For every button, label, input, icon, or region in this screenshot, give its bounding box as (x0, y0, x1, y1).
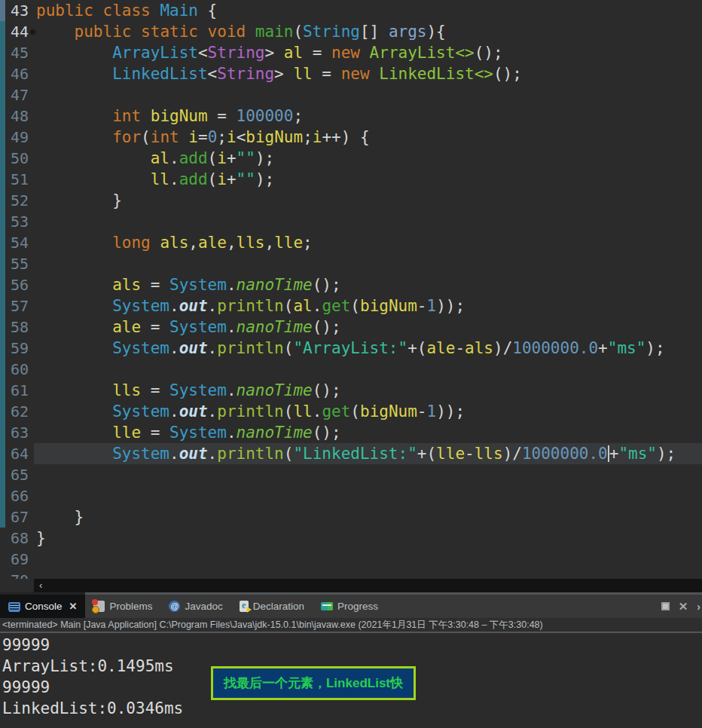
close-view-icon[interactable]: ✕ (679, 600, 688, 613)
horizontal-scrollbar[interactable]: ‹ (0, 579, 702, 592)
token (36, 234, 112, 252)
token: lle (112, 424, 141, 442)
code-line[interactable]: 56 als = System.nanoTime(); (0, 274, 702, 295)
token: System (112, 297, 169, 315)
code-line[interactable]: 69 (0, 549, 702, 570)
token: i (188, 128, 198, 146)
token: ( (208, 149, 218, 167)
close-tab-icon[interactable]: ✕ (69, 601, 78, 612)
code-text: als = System.nanoTime(); (34, 274, 702, 295)
code-line[interactable]: 61 lls = System.nanoTime(); (0, 380, 702, 401)
code-line[interactable]: 43public class Main { (0, 0, 702, 21)
tab-javadoc[interactable]: Javadoc (160, 595, 230, 618)
token: 1 (427, 297, 437, 315)
token: 0 (208, 128, 218, 146)
token (141, 107, 151, 125)
token: . (208, 339, 218, 357)
code-line[interactable]: 55 (0, 253, 702, 274)
console-output[interactable]: 99999ArrayList:0.1495ms99999LinkedList:0… (0, 633, 702, 726)
token: System (169, 276, 227, 294)
code-lines: 43public class Main {44 public static vo… (0, 0, 702, 591)
token: 1000000.0 (522, 445, 608, 463)
code-line[interactable]: 60 (0, 359, 702, 380)
code-line[interactable]: 54 long als,ale,lls,lle; (0, 232, 702, 253)
token: < (208, 65, 218, 83)
token: String (208, 44, 265, 62)
code-line[interactable]: 48 int bigNum = 100000; (0, 106, 702, 127)
token: = (198, 128, 208, 146)
token: System (112, 339, 169, 357)
token: args (389, 23, 427, 41)
code-line[interactable]: 50 al.add(i+""); (0, 148, 702, 169)
tab-declaration[interactable]: Declaration (231, 595, 313, 618)
token: = (303, 44, 331, 62)
tab-label: Javadoc (185, 601, 222, 612)
token: - (417, 297, 427, 315)
token: Main (160, 2, 198, 20)
code-line[interactable]: 57 System.out.println(al.get(bigNum-1)); (0, 295, 702, 317)
code-line[interactable]: 52 } (0, 190, 702, 211)
token: ( (350, 297, 360, 315)
code-text: } (34, 190, 702, 211)
code-line[interactable]: 63 lle = System.nanoTime(); (0, 422, 702, 443)
code-line[interactable]: 64 System.out.println("LinkedList:"+(lle… (0, 443, 702, 464)
code-text: ll.add(i+""); (34, 169, 702, 190)
line-number: 59 (0, 338, 34, 359)
token: ArrayList (112, 44, 198, 62)
token: "" (237, 149, 255, 167)
code-line[interactable]: 51 ll.add(i+""); (0, 169, 702, 190)
eclipse-ide-window: 43public class Main {44 public static vo… (0, 0, 702, 726)
token: ){ (426, 23, 445, 41)
token: ale (426, 339, 455, 357)
tab-progress[interactable]: Progress (313, 595, 386, 618)
code-line[interactable]: 59 System.out.println("ArrayList:"+(ale-… (0, 338, 702, 359)
token: . (208, 445, 218, 463)
line-number: 47 (0, 84, 34, 106)
token (36, 339, 112, 357)
token: . (208, 297, 218, 315)
token: ( (208, 170, 218, 188)
line-number: 50 (0, 148, 34, 169)
token: = (141, 276, 169, 294)
line-number: 55 (0, 253, 34, 274)
overflow-chevron-icon[interactable]: › (697, 601, 700, 613)
token: bigNum (246, 128, 303, 146)
code-line[interactable]: 58 ale = System.nanoTime(); (0, 317, 702, 338)
token: , (227, 234, 237, 252)
minimize-view-icon[interactable] (661, 602, 670, 610)
code-line[interactable]: 53 (0, 211, 702, 232)
token (179, 128, 189, 146)
code-line[interactable]: 45 ArrayList<String> al = new ArrayList<… (0, 42, 702, 63)
token: nanoTime (237, 318, 313, 336)
code-line[interactable]: 68} (0, 528, 702, 549)
line-number: 56 (0, 274, 34, 295)
token: i (217, 149, 227, 167)
code-line[interactable]: 44 public static void main(String[] args… (0, 21, 702, 42)
code-line[interactable]: 65 (0, 464, 702, 485)
scroll-left-arrow-icon[interactable]: ‹ (34, 579, 42, 592)
token: bigNum (360, 297, 417, 315)
token: lle (274, 234, 303, 252)
code-line[interactable]: 47 (0, 84, 702, 106)
token: static (141, 23, 198, 41)
console-icon (8, 602, 20, 611)
tab-console[interactable]: Console✕ (0, 592, 85, 618)
line-number: 49 (0, 127, 34, 148)
token: ++) { (322, 128, 369, 146)
scrollbar-track[interactable]: ‹ (34, 579, 702, 592)
token (36, 445, 112, 463)
code-line[interactable]: 46 LinkedList<String> ll = new LinkedLis… (0, 63, 702, 84)
code-line[interactable]: 49 for(int i=0;i<bigNum;i++) { (0, 127, 702, 148)
code-line[interactable]: 67 } (0, 506, 702, 528)
code-text (34, 464, 702, 485)
token (36, 276, 112, 294)
token: . (169, 339, 179, 357)
line-number: 66 (0, 485, 34, 506)
code-line[interactable]: 66 (0, 485, 702, 506)
token: (); (313, 318, 341, 336)
token: . (169, 297, 179, 315)
tab-problems[interactable]: Problems (85, 595, 160, 618)
code-editor[interactable]: 43public class Main {44 public static vo… (0, 0, 702, 592)
code-line[interactable]: 62 System.out.println(ll.get(bigNum-1)); (0, 401, 702, 422)
token: (); (313, 276, 341, 294)
